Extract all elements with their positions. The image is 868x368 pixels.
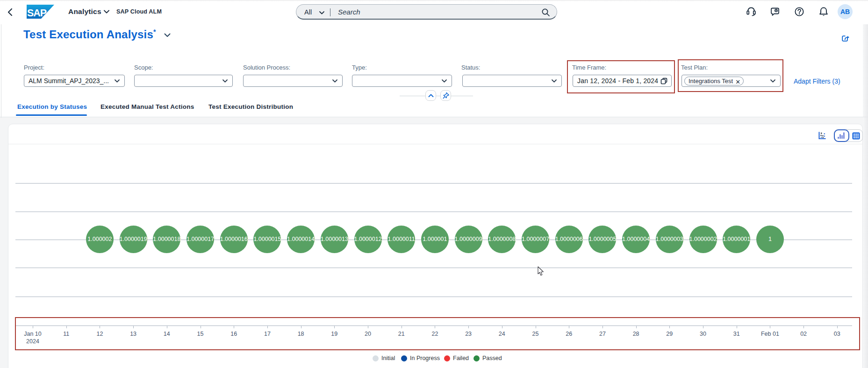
svg-text:SAP: SAP <box>27 7 47 19</box>
